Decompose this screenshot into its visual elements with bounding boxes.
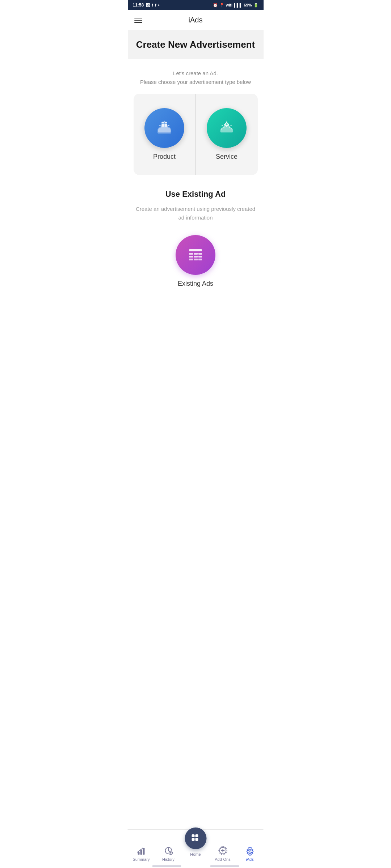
battery-icon: 🔋 [253,3,258,8]
product-circle [144,108,184,148]
app-title: iAds [189,16,203,24]
hamburger-menu[interactable] [134,18,142,23]
location-icon: 📍 [219,3,224,8]
ad-type-selector: Product [134,94,258,175]
status-bar-left: 11:58 🖼 f f • [133,3,160,8]
use-existing-section: Use Existing Ad Create an advertisement … [128,190,264,288]
battery-display: 69% [244,3,252,7]
photo-icon: 🖼 [146,3,150,8]
use-existing-title: Use Existing Ad [135,190,256,199]
existing-ads-container: Existing Ads [135,235,256,288]
service-option[interactable]: Service [196,94,258,175]
hands-service-icon [217,119,236,137]
description-line1: Let's create an Ad. [173,70,218,76]
description-section: Let's create an Ad. Please choose your a… [128,59,264,94]
svg-rect-21 [198,256,202,258]
dot-indicator: • [158,3,160,8]
svg-point-13 [230,125,231,126]
signal-icon: ▌▌▌ [234,3,242,7]
service-circle [207,108,247,148]
svg-rect-19 [189,256,193,258]
svg-point-14 [226,121,227,122]
existing-ads-label: Existing Ads [178,280,213,288]
svg-rect-18 [198,253,202,255]
svg-point-5 [164,121,165,122]
svg-rect-20 [194,256,198,258]
page-title: Create New Advertisement [135,39,256,50]
status-bar-right: ⏰ 📍 wifi ▌▌▌ 69% 🔋 [213,3,258,8]
product-label: Product [153,153,176,161]
product-option[interactable]: Product [134,94,196,175]
svg-rect-24 [198,259,202,260]
svg-rect-8 [226,122,227,123]
svg-point-3 [159,125,160,126]
svg-rect-16 [189,253,193,255]
alarm-icon: ⏰ [213,3,218,8]
facebook-icon-2: f [155,3,156,7]
description-line2: Please choose your advertisement type be… [140,79,251,85]
svg-rect-9 [226,125,227,127]
top-nav: iAds [128,10,264,30]
svg-rect-22 [189,259,193,260]
grid-table-icon [186,246,205,264]
svg-point-4 [168,125,169,126]
service-label: Service [216,153,237,161]
svg-rect-15 [189,249,202,251]
hands-product-icon [155,119,174,137]
status-bar: 11:58 🖼 f f • ⏰ 📍 wifi ▌▌▌ 69% 🔋 [128,0,264,10]
hero-banner: Create New Advertisement [128,30,264,59]
svg-rect-23 [194,259,198,260]
wifi-icon: wifi [226,3,232,7]
svg-rect-17 [194,253,198,255]
use-existing-description: Create an advertisement using previously… [135,205,256,222]
svg-point-12 [222,125,223,126]
facebook-icon-1: f [152,3,153,7]
time-display: 11:58 [133,3,144,8]
existing-ads-button[interactable] [176,235,215,275]
